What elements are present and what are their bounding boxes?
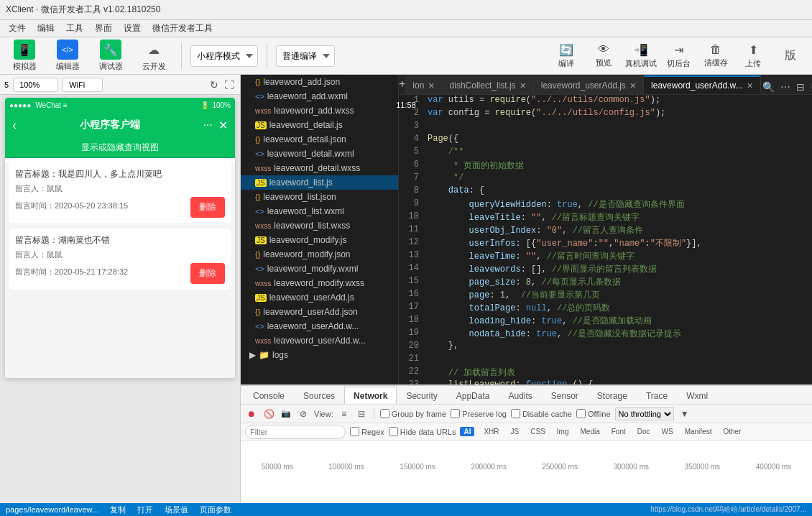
filter-button[interactable]: ⊘: [297, 407, 310, 420]
file-leaveword-useradd-json[interactable]: {} leaveword_userAdd.json: [241, 305, 398, 319]
disable-cache-input[interactable]: [511, 409, 520, 418]
offline-checkbox[interactable]: Offline: [576, 409, 611, 418]
expand-button[interactable]: ⛶: [223, 78, 236, 92]
version-button[interactable]: 版: [775, 48, 806, 63]
file-leaveword-detail-js[interactable]: JS leaveword_detail.js: [241, 118, 398, 132]
preserve-log-input[interactable]: [451, 409, 460, 418]
list-view-button[interactable]: ≡: [338, 407, 351, 420]
file-leaveword-modify-js[interactable]: JS leaveword_modify.js: [241, 233, 398, 247]
file-leaveword-useradd-js[interactable]: JS leaveword_userAdd.js: [241, 290, 398, 305]
filter-manifest[interactable]: Manifest: [680, 425, 717, 438]
preserve-log-checkbox[interactable]: Preserve log: [451, 409, 507, 418]
throttling-options-button[interactable]: ▼: [678, 407, 691, 420]
hide-data-urls-input[interactable]: [389, 427, 398, 436]
compile-button[interactable]: 🔄 编译: [550, 43, 582, 69]
file-leaveword-modify-json[interactable]: {} leaveword_modify.json: [241, 247, 398, 262]
filter-media[interactable]: Media: [575, 425, 604, 438]
editor-button[interactable]: </> 编辑器: [49, 40, 86, 73]
tab-dishcollect-close[interactable]: ×: [520, 80, 526, 91]
tab-appdata[interactable]: AppData: [447, 387, 499, 404]
tab-sources[interactable]: Sources: [294, 387, 344, 404]
menu-edit[interactable]: 编辑: [32, 21, 60, 36]
file-leaveword-add-json[interactable]: {} leaveword_add.json: [241, 75, 398, 89]
editor-split-button[interactable]: ⊟: [795, 80, 806, 94]
throttling-select[interactable]: No throttling: [615, 407, 674, 420]
filter-input[interactable]: [245, 425, 346, 439]
filter-css[interactable]: CSS: [525, 425, 550, 438]
zoom-select[interactable]: 100%: [13, 78, 58, 92]
phone-toggle-btn[interactable]: 显示或隐藏查询视图: [5, 138, 235, 158]
regex-checkbox[interactable]: Regex: [350, 427, 384, 436]
record-stop-button[interactable]: ⏺: [245, 407, 258, 420]
file-leaveword-modify-wxml[interactable]: <> leaveword_modify.wxml: [241, 262, 398, 276]
file-leaveword-list-wxml[interactable]: <> leaveword_list.wxml: [241, 204, 398, 218]
group-by-frame-checkbox[interactable]: Group by frame: [380, 409, 446, 418]
add-tab-button[interactable]: +: [399, 75, 405, 94]
file-leaveword-detail-json[interactable]: {} leaveword_detail.json: [241, 132, 398, 147]
file-leaveword-modify-wxss[interactable]: wxss leaveword_modify.wxss: [241, 276, 398, 290]
tab-leaveword-useradd-js[interactable]: leaveword_userAdd.js ×: [534, 75, 644, 94]
network-select[interactable]: WiFi: [63, 78, 103, 92]
tab-console[interactable]: Console: [244, 387, 294, 404]
ai-button[interactable]: AI: [460, 427, 474, 436]
back-icon[interactable]: ‹: [12, 118, 17, 133]
regex-input[interactable]: [350, 427, 359, 436]
realtime-button[interactable]: 📲 真机调试: [625, 43, 657, 69]
disable-cache-checkbox[interactable]: Disable cache: [511, 409, 572, 418]
clear-network-button[interactable]: 🚫: [262, 407, 275, 420]
simulator-button[interactable]: 📱 模拟器: [6, 40, 43, 73]
tab-ion-close[interactable]: ×: [428, 80, 434, 91]
tab-audits[interactable]: Audits: [499, 387, 541, 404]
page-params[interactable]: 页面参数: [200, 505, 231, 515]
tab-storage[interactable]: Storage: [588, 387, 637, 404]
file-leaveword-detail-wxml[interactable]: <> leaveword_detail.wxml: [241, 147, 398, 161]
tab-wxml[interactable]: Wxml: [677, 387, 717, 404]
file-leaveword-add-wxml[interactable]: <> leaveword_add.wxml: [241, 89, 398, 103]
clear-button[interactable]: 🗑 清缓存: [700, 43, 732, 68]
more-icon[interactable]: ···: [203, 119, 213, 132]
filter-font[interactable]: Font: [606, 425, 631, 438]
cloud-button[interactable]: ☁ 云开发: [135, 40, 172, 73]
delete-btn-2[interactable]: 删除: [190, 263, 225, 284]
filter-img[interactable]: Img: [552, 425, 574, 438]
filter-ws[interactable]: WS: [657, 425, 678, 438]
editor-search-button[interactable]: 🔍: [761, 80, 776, 94]
copy-button[interactable]: 复制: [110, 505, 126, 515]
editor-settings-button[interactable]: ⚙: [809, 80, 812, 94]
tab-trace[interactable]: Trace: [637, 387, 677, 404]
tab-leaveword-useradd-w[interactable]: leaveword_userAdd.w... ×: [644, 75, 761, 94]
group-by-frame-input[interactable]: [380, 409, 389, 418]
debugger-button[interactable]: 🔧 调试器: [92, 40, 129, 73]
file-leaveword-add-wxss[interactable]: wxss leaveword_add.wxss: [241, 103, 398, 118]
capture-screenshot-button[interactable]: 📷: [280, 407, 292, 420]
file-leaveword-list-js[interactable]: JS leaveword_list.js: [241, 175, 398, 190]
open-button[interactable]: 打开: [137, 505, 153, 515]
tab-dishcollect[interactable]: dishCollect_list.js ×: [443, 75, 534, 94]
tab-leaveword-useradd-w-close[interactable]: ×: [747, 80, 752, 91]
preview-button[interactable]: 👁 预览: [588, 43, 619, 68]
filter-xhr[interactable]: XHR: [479, 425, 504, 438]
upload-button[interactable]: ⬆ 上传: [737, 43, 769, 69]
backend-button[interactable]: ⇥ 切后台: [663, 43, 694, 69]
file-leaveword-useradd-wxss[interactable]: wxss leaveword_userAdd.w...: [241, 333, 398, 348]
menu-settings[interactable]: 设置: [118, 21, 147, 36]
menu-file[interactable]: 文件: [3, 21, 32, 36]
file-leaveword-list-json[interactable]: {} leaveword_list.json: [241, 190, 398, 204]
file-leaveword-detail-wxss[interactable]: wxss leaveword_detail.wxss: [241, 161, 398, 175]
offline-input[interactable]: [576, 409, 586, 418]
filter-doc[interactable]: Doc: [632, 425, 655, 438]
mode-select[interactable]: 小程序模式: [190, 45, 258, 67]
folder-logs[interactable]: ▶ 📁 logs: [241, 348, 398, 362]
filter-js[interactable]: JS: [506, 425, 525, 438]
editor-options-button[interactable]: ⋯: [779, 80, 792, 94]
group-view-button[interactable]: ⊟: [355, 407, 368, 420]
hide-data-urls-checkbox[interactable]: Hide data URLs: [389, 427, 456, 436]
menu-tools[interactable]: 工具: [60, 21, 89, 36]
file-leaveword-list-wxss[interactable]: wxss leaveword_list.wxss: [241, 218, 398, 233]
tab-leaveword-useradd-js-close[interactable]: ×: [630, 80, 636, 91]
tab-security[interactable]: Security: [397, 387, 446, 404]
filter-other[interactable]: Other: [718, 425, 746, 438]
tab-network[interactable]: Network: [344, 387, 397, 404]
tab-ion[interactable]: ion ×: [405, 75, 442, 94]
file-leaveword-useradd-wxml[interactable]: <> leaveword_userAdd.w...: [241, 319, 398, 333]
